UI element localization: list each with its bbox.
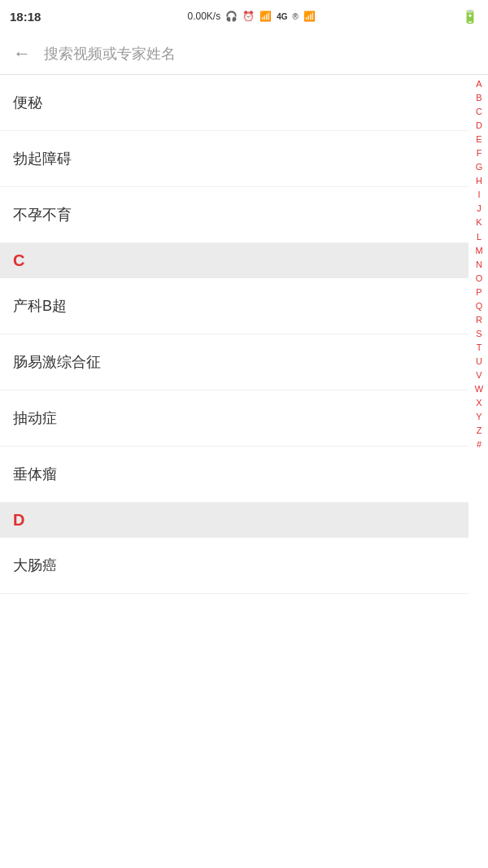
alpha-index-item-j[interactable]: J [470,202,488,216]
alpha-index-item-z[interactable]: Z [470,424,488,438]
battery-icon: 🔋 [462,9,478,24]
status-time: 18:18 [10,10,41,24]
alpha-index-item-f[interactable]: F [470,146,488,160]
alpha-index-item-m[interactable]: M [470,244,488,258]
alpha-index-item-d[interactable]: D [470,119,488,133]
signal-bars-icon: 📶 [303,11,316,22]
list-item[interactable]: 垂体瘤 [0,447,468,503]
list-item[interactable]: 勃起障碍 [0,131,468,187]
alpha-index-item-u[interactable]: U [470,355,488,369]
alpha-index-item-#[interactable]: # [470,438,488,451]
section-header-d: D [0,503,468,538]
alpha-index-item-p[interactable]: P [470,286,488,299]
status-center: 0.00K/s 🎧 ⏰ 📶 4G ® 📶 [187,11,315,22]
alpha-index-item-r[interactable]: R [470,313,488,327]
alpha-index-item-s[interactable]: S [470,327,488,341]
alpha-index-item-w[interactable]: W [470,382,488,396]
registered-icon: ® [293,12,298,21]
alpha-index-item-o[interactable]: O [470,272,488,286]
list-item[interactable]: 肠易激综合征 [0,334,468,390]
section-header-c: C [0,243,468,278]
list-item[interactable]: 不孕不育 [0,187,468,243]
alpha-index-item-n[interactable]: N [470,258,488,272]
list-item[interactable]: 大肠癌 [0,538,468,594]
alpha-index-item-a[interactable]: A [470,77,488,91]
alpha-index-item-l[interactable]: L [470,230,488,244]
list-item[interactable]: 产科B超 [0,278,468,334]
network-speed: 0.00K/s [187,11,220,22]
signal-4g-icon: 4G [277,12,287,21]
nav-title: 搜索视频或专家姓名 [44,44,475,63]
alpha-index-item-y[interactable]: Y [470,410,488,424]
alarm-icon: ⏰ [242,11,255,22]
alpha-index-item-q[interactable]: Q [470,299,488,313]
list-container: 便秘勃起障碍不孕不育C产科B超肠易激综合征抽动症垂体瘤D大肠癌 [0,75,468,594]
alpha-index-item-t[interactable]: T [470,341,488,355]
list-item[interactable]: 便秘 [0,75,468,131]
alpha-index-item-c[interactable]: C [470,105,488,119]
alpha-index-item-g[interactable]: G [470,160,488,174]
back-button[interactable]: ← [13,45,31,63]
wifi-icon: 📶 [259,11,272,22]
status-right: 🔋 [462,9,478,24]
headphone-icon: 🎧 [225,11,237,22]
nav-bar: ← 搜索视频或专家姓名 [0,33,488,75]
alpha-index-item-v[interactable]: V [470,369,488,382]
alpha-index-item-k[interactable]: K [470,216,488,229]
alpha-index-item-b[interactable]: B [470,91,488,105]
alpha-index[interactable]: ABCDEFGHIJKLMNOPQRSTUVWXYZ# [470,77,488,451]
content-area: 便秘勃起障碍不孕不育C产科B超肠易激综合征抽动症垂体瘤D大肠癌 [0,75,488,594]
alpha-index-item-h[interactable]: H [470,174,488,188]
alpha-index-item-e[interactable]: E [470,133,488,146]
list-item[interactable]: 抽动症 [0,390,468,447]
alpha-index-item-x[interactable]: X [470,396,488,410]
alpha-index-item-i[interactable]: I [470,188,488,202]
status-bar: 18:18 0.00K/s 🎧 ⏰ 📶 4G ® 📶 🔋 [0,0,488,33]
